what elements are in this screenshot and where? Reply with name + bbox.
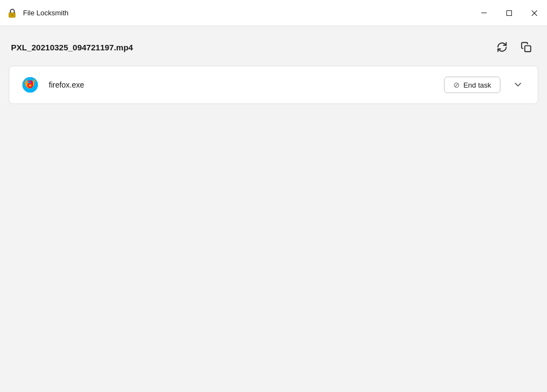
end-task-button[interactable]: ⊘ End task	[444, 77, 500, 93]
process-name: firefox.exe	[49, 80, 435, 89]
app-icon	[7, 8, 18, 19]
svg-point-1	[12, 14, 13, 16]
file-name: PXL_20210325_094721197.mp4	[11, 43, 133, 52]
header-row: PXL_20210325_094721197.mp4	[9, 37, 538, 57]
end-task-icon: ⊘	[453, 80, 460, 89]
window-controls	[471, 0, 547, 26]
header-actions	[492, 37, 536, 57]
svg-rect-2	[481, 13, 487, 13]
close-button[interactable]	[522, 0, 547, 26]
process-card: firefox.exe ⊘ End task	[9, 66, 538, 104]
title-bar: File Locksmith	[0, 0, 547, 26]
title-bar-left: File Locksmith	[7, 8, 69, 19]
svg-rect-3	[507, 10, 512, 15]
expand-button[interactable]	[509, 76, 527, 94]
refresh-button[interactable]	[492, 37, 512, 57]
copy-button[interactable]	[516, 37, 536, 57]
minimize-button[interactable]	[471, 0, 497, 26]
end-task-label: End task	[463, 81, 491, 89]
main-content: PXL_20210325_094721197.mp4	[0, 26, 547, 392]
maximize-button[interactable]	[497, 0, 522, 26]
svg-point-10	[30, 85, 31, 87]
process-icon	[20, 75, 40, 95]
process-list: firefox.exe ⊘ End task	[9, 66, 538, 104]
svg-rect-6	[525, 46, 531, 52]
app-title: File Locksmith	[23, 9, 69, 17]
